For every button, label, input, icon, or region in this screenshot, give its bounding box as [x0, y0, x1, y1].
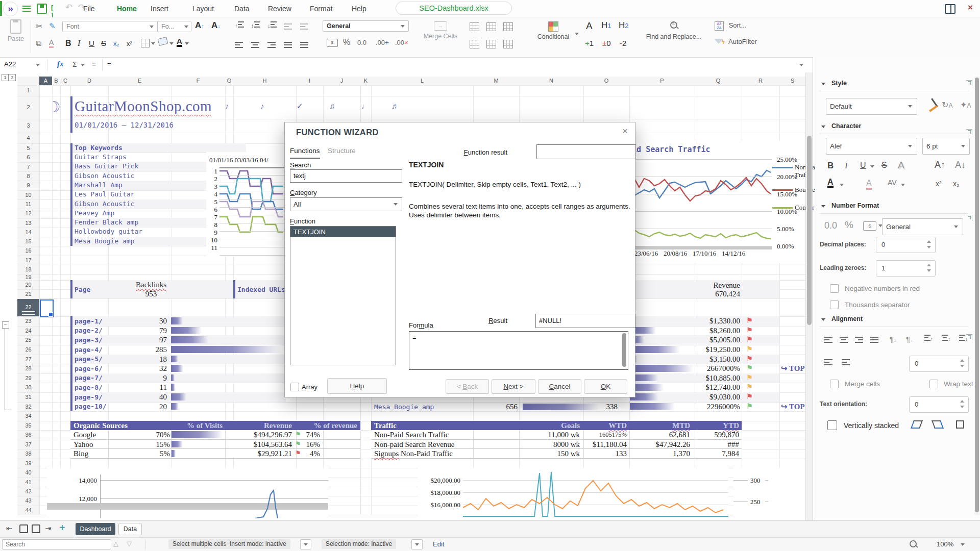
style-section-chevron[interactable] [821, 83, 825, 85]
revenue-cell[interactable]: $10,885.00 [684, 373, 740, 383]
row-header-24[interactable]: 24 [17, 326, 40, 336]
sb-indent-increase-icon[interactable] [824, 359, 832, 365]
next-button[interactable]: Next > [492, 379, 535, 394]
column-header-M[interactable]: M [473, 77, 520, 86]
traffic-ytd-cell[interactable]: 7,984 [694, 449, 739, 459]
backlink-count-cell[interactable]: 97 [122, 335, 167, 345]
sidebar-highlight-icon[interactable]: A [866, 179, 872, 190]
merge-cells-checkbox[interactable] [830, 380, 839, 388]
sb-ltr-icon[interactable]: ¶↓ [890, 335, 896, 343]
row-header-14[interactable]: 14 [17, 228, 40, 237]
undo-icon[interactable]: ↶ [65, 2, 72, 13]
row-header-38[interactable]: 38 [17, 449, 40, 459]
sidebar-shrink-font-icon[interactable]: A↓ [955, 160, 966, 170]
align-center-icon[interactable] [251, 42, 259, 48]
column-header-A[interactable]: A [39, 77, 53, 86]
row-header-37[interactable]: 37 [17, 440, 40, 449]
traffic-wtd-cell[interactable]: $11,180.04 [586, 440, 627, 449]
style-dialog-launcher[interactable] [966, 80, 972, 86]
decrease-indent-icon[interactable] [300, 23, 308, 30]
column-header-F[interactable]: F [171, 77, 226, 86]
traffic-goals-cell[interactable]: 8000 wk [519, 440, 580, 449]
row-header-44[interactable]: 44 [17, 506, 40, 515]
formula-textarea[interactable]: = [409, 331, 628, 370]
center-vertically-icon[interactable]: ↕ [251, 21, 260, 29]
number-format-dropdown-sidebar[interactable]: General [882, 218, 963, 235]
sidebar-font-color-caret[interactable] [840, 184, 844, 186]
column-header-H[interactable]: H [233, 77, 297, 86]
underline-icon[interactable]: U [89, 39, 94, 47]
bold-icon[interactable]: B [65, 39, 71, 48]
column-header-C[interactable]: C [60, 77, 71, 86]
row-header-16[interactable]: 16 [17, 246, 40, 256]
align-bottom-icon[interactable]: ↓ [267, 21, 277, 29]
row-header-17[interactable]: 17 [17, 256, 40, 265]
merge-cells-button[interactable]: ↔ Merge Cells [418, 21, 463, 40]
traffic-label-cell[interactable]: Non-paid Search Revenue [374, 440, 454, 449]
revenue-cell[interactable]: $3,150.00 [684, 355, 740, 364]
function-list-item-selected[interactable]: TEXTJOIN [290, 227, 396, 237]
row-header-10[interactable]: 10 [17, 190, 40, 200]
percent-format-icon-sidebar[interactable]: % [845, 219, 853, 231]
revenue-cell[interactable]: $9,030.00 [684, 392, 740, 402]
find-replace-button[interactable]: a Find and Replace... [635, 21, 712, 40]
grow-font-icon[interactable]: A↑ [195, 20, 204, 31]
sum-icon[interactable]: Σ [72, 60, 77, 68]
category-select[interactable]: All [290, 197, 402, 211]
search-previous-icon[interactable]: △ [113, 540, 118, 547]
row-header-1[interactable]: 1 [17, 85, 40, 96]
row-header-32[interactable]: 32 [17, 402, 40, 412]
sidebar-font-color-icon[interactable]: A [827, 179, 834, 188]
organic-revenue-cell[interactable]: $104,563.64 [236, 440, 292, 449]
sidebar-spacing-caret[interactable] [901, 184, 905, 186]
sidebar-subscript-icon[interactable]: x₂ [953, 180, 959, 188]
backlink-count-cell[interactable]: 285 [122, 345, 167, 355]
selection-mode-caret-button[interactable] [411, 539, 423, 549]
copy-icon[interactable]: ⧉ [36, 39, 41, 48]
traffic-ytd-cell[interactable]: ### [694, 440, 739, 449]
column-header-D[interactable]: D [70, 77, 109, 86]
row-header-23[interactable]: 23 [17, 316, 40, 327]
selection-mode-chip[interactable]: Selection mode: inactive [322, 539, 396, 549]
menu-review[interactable]: Review [268, 4, 291, 14]
font-name-sidebar[interactable]: Alef [826, 138, 917, 155]
row-header-8[interactable]: 8 [17, 171, 40, 181]
select-all-corner[interactable] [17, 77, 40, 86]
sidebar-toggle-icon[interactable] [945, 4, 955, 14]
delete-decimal-icon[interactable]: .00× [395, 39, 408, 46]
row-header-42[interactable]: 42 [17, 487, 40, 496]
row-header-4[interactable]: 4 [17, 133, 40, 144]
row-header-2[interactable]: 2 [17, 96, 40, 119]
organic-source-cell[interactable]: Yahoo [74, 440, 93, 449]
organic-share-cell[interactable]: 4% [284, 449, 320, 459]
style-heading2-button[interactable]: H2 [619, 20, 629, 31]
row-header-39[interactable]: 39 [17, 459, 40, 468]
background-color-icon[interactable] [157, 37, 168, 46]
sidebar-strike-icon[interactable]: S [881, 161, 887, 170]
currency-format-icon-sidebar[interactable]: $ [863, 221, 876, 231]
traffic-wtd-cell[interactable]: 133 [586, 449, 627, 459]
font-size-sidebar[interactable]: 6 pt [922, 138, 970, 155]
decimal-places-spinner[interactable]: 0 [876, 237, 936, 253]
backlink-count-cell[interactable]: 20 [122, 402, 167, 411]
column-header-K[interactable]: K [360, 77, 372, 86]
column-header-I[interactable]: I [296, 77, 324, 86]
align-right-icon[interactable] [267, 42, 276, 48]
sidebar-italic-icon[interactable]: I [845, 161, 848, 171]
outline-level-button-2[interactable]: 2 [9, 74, 16, 81]
menu-data[interactable]: Data [234, 4, 250, 14]
style-default-button[interactable]: A [586, 20, 593, 32]
formula-scrollbar-thumb[interactable] [622, 333, 626, 367]
sb-align-bottom-icon[interactable]: ↓ [959, 335, 968, 342]
revenue-cell[interactable]: $19,250.00 [684, 345, 740, 355]
function-listbox[interactable]: TEXTJOIN [290, 226, 396, 365]
new-style-icon[interactable]: ✦A [960, 100, 971, 110]
sidebar-underline-caret[interactable] [870, 165, 874, 168]
sb-center-vert-icon[interactable]: ↕ [942, 335, 950, 342]
sb-rtl-icon[interactable]: ¶← [906, 335, 915, 343]
organic-visits-cell[interactable]: 70% [129, 430, 170, 440]
shrink-font-icon[interactable]: A↓ [211, 20, 220, 31]
row-header-21[interactable]: 21 [17, 289, 40, 299]
delete-row-column-icon-0[interactable] [470, 40, 479, 48]
paste-button[interactable]: Paste [4, 19, 28, 42]
